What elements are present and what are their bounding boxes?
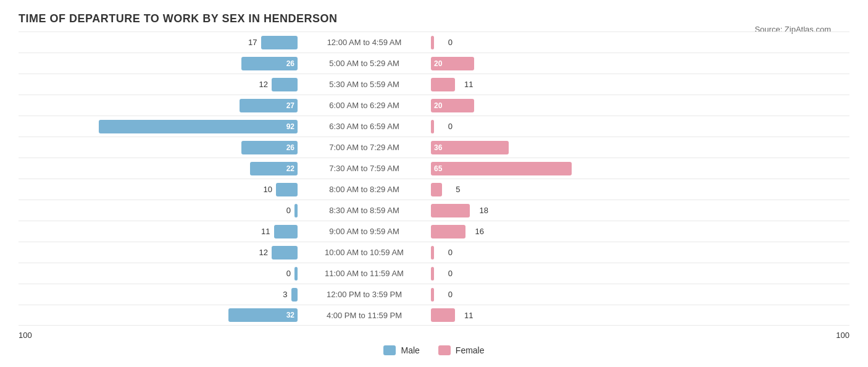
female-bar [431,120,434,133]
female-bar [431,267,434,281]
right-section: 36 [426,141,849,154]
female-inside-label: 36 [434,143,442,152]
time-label: 8:00 AM to 8:29 AM [303,185,426,194]
axis-left-value: 100 [19,331,32,340]
female-bar: 36 [431,141,509,154]
female-outer-value: 0 [438,248,453,257]
time-label: 6:30 AM to 6:59 AM [303,122,426,131]
right-section: 0 [426,288,849,302]
left-section: 0 [19,267,303,281]
time-label: 5:00 AM to 5:29 AM [303,59,426,68]
time-label: 8:30 AM to 8:59 AM [303,206,426,215]
time-label: 7:30 AM to 7:59 AM [303,164,426,173]
male-outer-value: 0 [276,206,291,215]
male-bar: 22 [250,162,298,175]
time-label: 5:30 AM to 5:59 AM [303,80,426,89]
chart-row: 0 8:30 AM to 8:59 AM 18 [19,200,849,221]
legend-male-label: Male [401,345,419,355]
chart-row: 22 7:30 AM to 7:59 AM 65 [19,158,849,179]
male-outer-value: 11 [256,227,270,236]
time-label: 12:00 AM to 4:59 AM [303,38,426,47]
right-section: 0 [426,36,849,49]
female-bar [431,36,434,49]
left-section: 32 [19,308,303,322]
female-bar: 65 [431,162,572,175]
legend-female-box [438,345,451,355]
right-section: 65 [426,162,849,175]
male-outer-value: 12 [253,80,268,89]
female-bar [431,308,455,322]
right-section: 0 [426,120,849,133]
female-bar [431,288,434,302]
left-section: 26 [19,57,303,70]
male-inside-label: 26 [286,143,294,152]
male-inside-label: 22 [286,164,294,173]
legend: Male Female [19,345,849,355]
chart-row: 26 5:00 AM to 5:29 AM 20 [19,53,849,74]
right-section: 20 [426,57,849,70]
chart-row: 17 12:00 AM to 4:59 AM 0 [19,32,849,53]
chart-row: 92 6:30 AM to 6:59 AM 0 [19,116,849,137]
female-inside-label: 20 [434,59,442,68]
female-inside-label: 20 [434,101,442,110]
axis-right-value: 100 [836,331,849,340]
female-outer-value: 16 [469,227,484,236]
right-section: 16 [426,225,849,238]
left-section: 11 [19,225,303,238]
left-section: 10 [19,183,303,196]
male-bar [294,204,298,217]
male-bar [272,78,298,91]
right-section: 18 [426,204,849,217]
chart-row: 32 4:00 PM to 11:59 PM 11 [19,305,849,326]
right-section: 20 [426,99,849,112]
male-outer-value: 12 [253,248,268,257]
female-bar [431,204,470,217]
male-outer-value: 3 [273,290,288,299]
female-bar [431,183,442,196]
female-outer-value: 18 [474,206,488,215]
chart-row: 12 5:30 AM to 5:59 AM 11 [19,74,849,95]
left-section: 17 [19,36,303,49]
female-outer-value: 0 [438,122,453,131]
time-label: 11:00 AM to 11:59 AM [303,269,426,278]
female-inside-label: 65 [434,164,442,173]
time-label: 4:00 PM to 11:59 PM [303,311,426,320]
legend-female-label: Female [456,345,485,355]
female-outer-value: 0 [438,290,453,299]
male-bar [291,288,298,302]
chart-title: TIME OF DEPARTURE TO WORK BY SEX IN HEND… [19,12,849,25]
male-bar: 27 [240,99,298,112]
time-label: 7:00 AM to 7:29 AM [303,143,426,152]
chart-row: 27 6:00 AM to 6:29 AM 20 [19,95,849,116]
chart-row: 11 9:00 AM to 9:59 AM 16 [19,221,849,242]
female-bar [431,246,434,259]
time-label: 12:00 PM to 3:59 PM [303,290,426,299]
right-section: 11 [426,78,849,91]
left-section: 0 [19,204,303,217]
female-outer-value: 5 [446,185,461,194]
right-section: 5 [426,183,849,196]
left-section: 26 [19,141,303,154]
time-label: 10:00 AM to 10:59 AM [303,248,426,257]
female-bar: 20 [431,99,474,112]
female-outer-value: 0 [438,38,453,47]
chart-row: 26 7:00 AM to 7:29 AM 36 [19,137,849,158]
female-bar: 20 [431,57,474,70]
male-inside-label: 26 [286,59,294,68]
left-section: 27 [19,99,303,112]
male-bar [274,225,298,238]
male-outer-value: 0 [276,269,291,278]
chart-row: 3 12:00 PM to 3:59 PM 0 [19,284,849,305]
legend-male: Male [383,345,419,355]
left-section: 12 [19,78,303,91]
male-bar [276,183,298,196]
male-bar: 26 [241,57,298,70]
female-bar [431,225,465,238]
right-section: 11 [426,308,849,322]
legend-male-box [383,345,396,355]
chart-container: 17 12:00 AM to 4:59 AM 0 26 5:00 AM to 5… [19,32,849,355]
female-outer-value: 11 [459,80,474,89]
left-section: 92 [19,120,303,133]
male-bar [272,246,298,259]
male-inside-label: 92 [286,122,294,131]
